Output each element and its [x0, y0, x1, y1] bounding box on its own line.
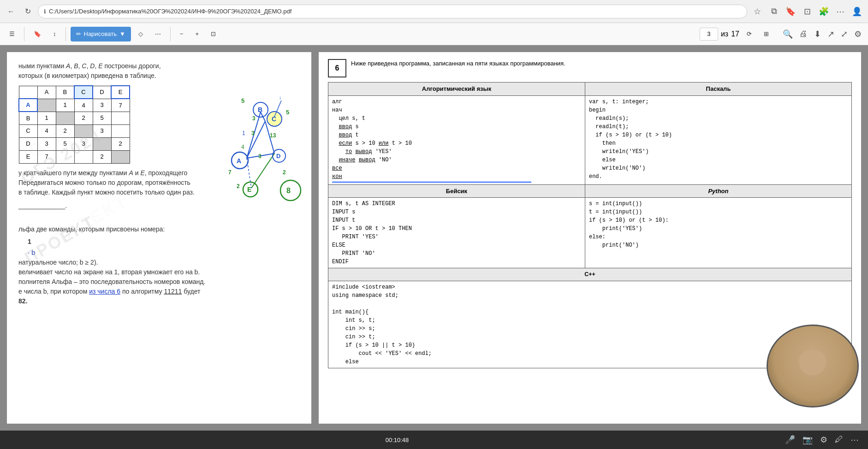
share-tool-icon[interactable]: ↗ — [826, 27, 836, 41]
row-b-header: B — [19, 112, 37, 124]
svg-point-26 — [280, 180, 301, 201]
row-c-header: C — [19, 124, 37, 137]
cast-icon[interactable]: ⊡ — [801, 5, 814, 18]
svg-text:B: B — [258, 106, 262, 113]
settings-tool-icon[interactable]: ⚙ — [852, 27, 863, 41]
tab-icon[interactable]: ⧉ — [767, 5, 780, 18]
cpp-header: C++ — [328, 268, 852, 281]
graph-svg: 3 3 5 13 3 2 7 2 5 B C A — [214, 89, 307, 209]
draw-dropdown-icon: ▼ — [119, 30, 125, 37]
page-number-input[interactable] — [700, 28, 718, 41]
cell-ae: 7 — [111, 99, 130, 112]
col-pascal-header: Паскаль — [585, 83, 851, 96]
star-icon[interactable]: ☆ — [751, 5, 764, 18]
right-header-row: 6 Ниже приведена программа, записанная н… — [328, 59, 852, 77]
fullscreen-tool-icon[interactable]: ⤢ — [839, 27, 850, 41]
more-tools-icon: ⋯ — [155, 30, 161, 37]
cursor-toggle[interactable]: ↕ — [48, 27, 61, 41]
ili-word: или — [379, 140, 389, 147]
svg-text:7: 7 — [228, 169, 232, 176]
bookmark-tool-button[interactable]: 🔖 — [29, 27, 46, 41]
alfa-para1: льфа две команды, которым присвоены номе… — [18, 224, 300, 234]
cell-cb: 2 — [56, 124, 74, 137]
webcam — [767, 325, 859, 408]
svg-text:2: 2 — [237, 183, 240, 189]
bottom-mic-icon[interactable]: 🎤 — [785, 435, 795, 445]
save-tool-icon[interactable]: ⬇ — [812, 27, 823, 41]
col-c: C — [74, 86, 93, 99]
profile-icon[interactable]: 👤 — [850, 5, 863, 18]
col-basic-header: Бейсик — [328, 184, 585, 198]
browser-right-icons: ☆ ⧉ 🔖 ⊡ 🧩 ⋯ 👤 — [751, 5, 863, 18]
timer-display: 00:10:48 — [386, 437, 409, 443]
cell-bd: 5 — [93, 112, 111, 124]
bottom-more-icon[interactable]: ⋯ — [850, 435, 859, 445]
cell-da: 3 — [37, 137, 56, 150]
svg-text:↓: ↓ — [279, 95, 282, 100]
pdf-page-left: ОГЭ 2024 ПРОЕКТ ными пунктами A, B, C, D… — [7, 52, 311, 424]
bottom-settings-icon[interactable]: ⚙ — [820, 435, 827, 445]
col-d: D — [93, 86, 111, 99]
cell-ba: 1 — [37, 112, 56, 124]
vse-word: все — [332, 165, 342, 171]
zoom-out-button[interactable]: − — [175, 27, 188, 41]
cmd2: · b — [28, 248, 300, 258]
cell-ed: 2 — [93, 150, 111, 163]
eraser-button[interactable]: ◇ — [134, 27, 148, 41]
cursor-icon: ↕ — [53, 30, 56, 37]
result-text: 82. — [18, 296, 300, 306]
python-code-cell: s = int(input()) t = int(input()) if (s … — [585, 198, 851, 268]
cell-be — [111, 112, 130, 124]
rotate-button[interactable]: ⟳ — [742, 27, 756, 41]
lock-icon: ℹ — [44, 8, 46, 15]
svg-text:A: A — [237, 157, 241, 165]
alfa-para4: полнителя Альфа – это последовательность… — [18, 277, 300, 287]
flip-button[interactable]: ⊞ — [759, 27, 773, 41]
more-menu-icon[interactable]: ⋯ — [834, 5, 847, 18]
search-tool-icon[interactable]: 🔍 — [781, 27, 795, 41]
cell-db: 5 — [56, 137, 74, 150]
svg-text:3: 3 — [252, 115, 256, 122]
vyvod-word2: вывод — [359, 157, 375, 163]
bottom-brush-icon[interactable]: 🖊 — [835, 435, 843, 445]
esli-word: если — [339, 140, 352, 147]
cell-eb — [56, 150, 74, 163]
page-total: 17 — [731, 30, 739, 38]
to-word: то — [345, 148, 352, 155]
draw-label: Нарисовать — [84, 30, 117, 37]
back-button[interactable]: ← — [5, 5, 18, 18]
pdf-right-tools: 🔍 🖨 ⬇ ↗ ⤢ ⚙ — [781, 27, 863, 41]
cell-ad: 3 — [93, 99, 111, 112]
zoom-in-button[interactable]: + — [190, 27, 203, 41]
pen-icon: ✏ — [76, 30, 81, 37]
basic-code: DIM s, t AS INTEGER INPUT s INPUT t IF s… — [332, 200, 581, 266]
graph-area: 3 3 5 13 3 2 7 2 5 B C A — [214, 89, 307, 209]
cell-dd — [93, 137, 111, 150]
fit-button[interactable]: ⊡ — [206, 27, 220, 41]
question-number: 6 — [328, 59, 346, 77]
refresh-button[interactable]: ↻ — [21, 5, 34, 18]
cell-bc: 2 — [74, 112, 93, 124]
address-bar[interactable]: ℹ C:/Users/1/Desktop/Информатика%20ОГЭ%2… — [38, 5, 747, 18]
svg-text:2: 2 — [283, 169, 286, 176]
svg-text:E: E — [247, 186, 251, 193]
menu-button[interactable]: ☰ — [5, 27, 19, 41]
svg-text:3: 3 — [258, 153, 262, 160]
print-tool-icon[interactable]: 🖨 — [797, 27, 809, 41]
alfa-para5: е числа b, при котором из числа 6 по алг… — [18, 287, 300, 296]
pascal-code-cell: var s, t: integer; begin readln(s); read… — [585, 95, 851, 184]
svg-text:5: 5 — [286, 109, 289, 116]
basic-code-cell: DIM s, t AS INTEGER INPUT s INPUT t IF s… — [328, 198, 585, 268]
more-pdf-tools[interactable]: ⋯ — [150, 27, 166, 41]
bottom-cam-icon[interactable]: 📷 — [803, 435, 813, 445]
vvod-word: ввод — [339, 124, 352, 130]
draw-button[interactable]: ✏ Нарисовать ▼ — [71, 27, 131, 41]
code-table: Алгоритмический язык Паскаль алг нач цел… — [328, 82, 852, 368]
extensions-icon[interactable]: 🧩 — [817, 5, 830, 18]
col-a: A — [37, 86, 56, 99]
bookmark-icon[interactable]: 🔖 — [784, 5, 797, 18]
kon-word: кон — [332, 173, 342, 180]
row-d-header: D — [19, 137, 37, 150]
cell-bb — [56, 112, 74, 124]
cmd1: 1 — [28, 237, 300, 247]
